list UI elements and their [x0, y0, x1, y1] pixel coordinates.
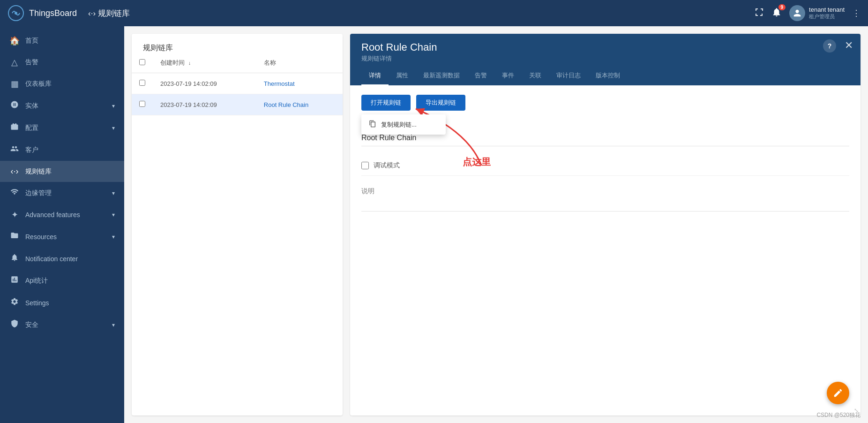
- dashboard-icon: ▦: [9, 79, 20, 89]
- svg-point-1: [15, 12, 17, 15]
- sidebar-item-label: 首页: [25, 37, 115, 45]
- tab-audit[interactable]: 审计日志: [549, 67, 588, 85]
- sidebar-item-entities[interactable]: 实体 ▾: [0, 95, 124, 117]
- sidebar-item-advanced[interactable]: ✦ Advanced features ▾: [0, 204, 124, 226]
- help-button[interactable]: ?: [823, 39, 836, 53]
- config-icon: [9, 122, 20, 133]
- logo-text: ThingsBoard: [29, 8, 77, 18]
- logo-area[interactable]: ThingsBoard: [7, 5, 77, 22]
- more-options-icon[interactable]: ⋮: [852, 8, 861, 18]
- debug-mode-checkbox[interactable]: [361, 162, 369, 169]
- created-time-header: 创建时间 ↓: [153, 53, 256, 73]
- content-area: 规则链库 创建时间 ↓ 名称: [124, 26, 868, 423]
- sidebar-item-label: Notification center: [25, 255, 115, 263]
- header-right: 9 tenant tenant 租户管理员 ⋮: [755, 5, 861, 21]
- table-row[interactable]: 2023-07-19 14:02:09 Thermostat: [132, 73, 343, 94]
- footer-watermark: CSDN @520独花: [816, 411, 861, 419]
- logo-icon: [7, 5, 24, 22]
- debug-mode-row: 调试模式: [361, 156, 849, 176]
- list-panel: 规则链库 创建时间 ↓ 名称: [132, 34, 343, 415]
- alerts-icon: △: [9, 57, 20, 68]
- tabs-bar: 详情 属性 最新遥测数据 告警 事件 关联 审计日志 版本控制: [361, 67, 834, 85]
- row-checkbox-cell[interactable]: [132, 94, 153, 115]
- row-checkbox[interactable]: [139, 80, 145, 86]
- sidebar-item-home[interactable]: 🏠 首页: [0, 30, 124, 52]
- user-area[interactable]: tenant tenant 租户管理员: [789, 5, 845, 21]
- detail-panel: Root Rule Chain 规则链详情 ? ✕ 详情 属性 最新遥测数据 告…: [350, 34, 861, 415]
- description-group: ⤡: [361, 183, 849, 213]
- sidebar-item-edge-mgmt[interactable]: 边缘管理 ▾: [0, 182, 124, 204]
- open-rule-chain-button[interactable]: 打开规则链: [361, 95, 411, 111]
- sidebar-item-notification-center[interactable]: Notification center: [0, 248, 124, 270]
- row-checkbox-cell[interactable]: [132, 73, 153, 94]
- tab-details[interactable]: 详情: [361, 67, 389, 85]
- table-row[interactable]: 2023-07-19 14:02:09 Root Rule Chain: [132, 94, 343, 115]
- tab-events[interactable]: 事件: [494, 67, 522, 85]
- sidebar-item-config[interactable]: 配置 ▾: [0, 117, 124, 139]
- customers-icon: [9, 144, 20, 155]
- row-date: 2023-07-19 14:02:09: [153, 94, 256, 115]
- user-role: 租户管理员: [809, 13, 845, 20]
- sidebar-item-customers[interactable]: 客户: [0, 139, 124, 161]
- rule-chains-table: 创建时间 ↓ 名称 2023-07-19 14:02:09 Th: [132, 53, 343, 115]
- select-all-checkbox[interactable]: [139, 59, 145, 65]
- chevron-down-icon: ▾: [112, 234, 115, 240]
- description-textarea[interactable]: [361, 183, 849, 212]
- row-name[interactable]: Root Rule Chain: [256, 94, 343, 115]
- sidebar-item-settings[interactable]: Settings: [0, 292, 124, 314]
- chevron-down-icon: ▾: [112, 322, 115, 328]
- notification-bell[interactable]: 9: [771, 7, 782, 19]
- advanced-icon: ✦: [9, 210, 20, 220]
- export-rule-chain-button[interactable]: 导出规则链: [416, 95, 465, 111]
- list-panel-title: 规则链库: [132, 34, 343, 53]
- settings-icon: [9, 297, 20, 308]
- sidebar-item-label: 边缘管理: [25, 189, 106, 197]
- detail-subtitle: 规则链详情: [361, 54, 834, 63]
- copy-rule-chain-item[interactable]: 复制规则链...: [361, 114, 446, 135]
- row-name[interactable]: Thermostat: [256, 73, 343, 94]
- chevron-down-icon: ▾: [112, 103, 115, 109]
- sidebar-item-label: 规则链库: [25, 167, 115, 176]
- row-date: 2023-07-19 14:02:09: [153, 73, 256, 94]
- select-all-cell[interactable]: [132, 53, 153, 73]
- sidebar-item-label: 配置: [25, 124, 106, 132]
- action-buttons: 打开规则链 导出规则链 复制规则链...: [361, 95, 849, 111]
- sidebar-item-api-stats[interactable]: Api统计: [0, 270, 124, 292]
- sidebar-item-rule-chains[interactable]: ‹·› 规则链库: [0, 161, 124, 182]
- sidebar-item-dashboard[interactable]: ▦ 仪表板库: [0, 73, 124, 95]
- tab-relations[interactable]: 关联: [522, 67, 549, 85]
- api-stats-icon: [9, 275, 20, 286]
- tab-alarms[interactable]: 告警: [467, 67, 494, 85]
- page-title: ‹·› 规则链库: [88, 8, 130, 19]
- close-button[interactable]: ✕: [845, 39, 853, 52]
- chevron-down-icon: ▾: [112, 125, 115, 131]
- table-header-row: 创建时间 ↓ 名称: [132, 53, 343, 73]
- sort-icon: ↓: [188, 60, 191, 66]
- tab-attributes[interactable]: 属性: [389, 67, 416, 85]
- sidebar-item-alerts[interactable]: △ 告警: [0, 52, 124, 73]
- chevron-down-icon: ▾: [112, 212, 115, 218]
- page-title-header: ‹·› 规则链库: [88, 8, 130, 19]
- row-checkbox[interactable]: [139, 101, 145, 107]
- sidebar-item-label: Advanced features: [25, 211, 106, 219]
- user-avatar: [789, 5, 805, 21]
- tab-telemetry[interactable]: 最新遥测数据: [416, 67, 467, 85]
- sidebar-item-label: 客户: [25, 146, 115, 154]
- sidebar-item-label: 安全: [25, 321, 106, 329]
- name-header: 名称: [256, 53, 343, 73]
- sidebar-item-label: Api统计: [25, 277, 115, 285]
- sidebar-item-label: 仪表板库: [25, 80, 115, 88]
- debug-mode-label: 调试模式: [374, 161, 400, 170]
- fullscreen-icon[interactable]: [755, 8, 764, 19]
- home-icon: 🏠: [9, 36, 20, 46]
- resources-icon: [9, 231, 20, 242]
- sidebar-item-resources[interactable]: Resources ▾: [0, 226, 124, 248]
- entities-icon: [9, 100, 20, 111]
- sidebar-item-security[interactable]: 安全 ▾: [0, 314, 124, 336]
- chevron-down-icon: ▾: [112, 190, 115, 196]
- copy-icon: [369, 120, 376, 129]
- notification-badge: 9: [778, 4, 786, 10]
- tab-version[interactable]: 版本控制: [588, 67, 628, 85]
- sidebar-item-label: 实体: [25, 102, 106, 110]
- fab-edit-button[interactable]: [827, 382, 849, 404]
